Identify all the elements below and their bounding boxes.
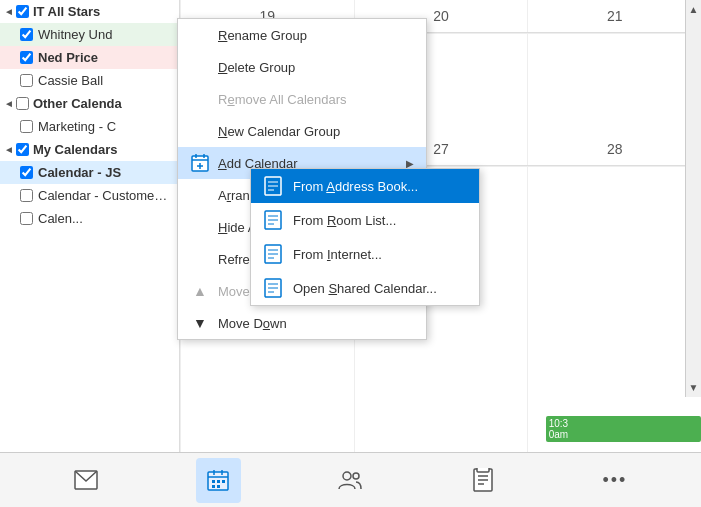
nav-more[interactable]: ••• — [592, 458, 637, 503]
new-cal-group-icon — [190, 121, 210, 141]
col-header-28: 28 — [527, 133, 701, 165]
event-block: 10:30am — [546, 416, 701, 442]
sidebar-item-ned[interactable]: Ned Price — [0, 46, 179, 69]
delete-icon — [190, 57, 210, 77]
remove-all-icon — [190, 89, 210, 109]
menu-label-rename: Rename Group — [218, 28, 307, 43]
checkbox-whitney[interactable] — [20, 28, 33, 41]
scroll-up-btn[interactable]: ▲ — [686, 0, 701, 19]
item-label-ned: Ned Price — [38, 50, 98, 65]
add-calendar-icon — [190, 153, 210, 173]
sidebar: ◄ IT All Stars Whitney Und Ned Price Cas… — [0, 0, 180, 452]
menu-item-new-cal-group[interactable]: New Calendar Group — [178, 115, 426, 147]
day-col-21 — [527, 33, 701, 133]
checkbox-calendar-cc[interactable] — [20, 189, 33, 202]
nav-people[interactable] — [328, 458, 373, 503]
nav-calendar[interactable] — [196, 458, 241, 503]
internet-icon — [263, 243, 285, 265]
item-label-whitney: Whitney Und — [38, 27, 112, 42]
sidebar-item-calendar-js[interactable]: Calendar - JS — [0, 161, 179, 184]
submenu-label-shared: Open Shared Calendar... — [293, 281, 437, 296]
menu-item-rename-group[interactable]: Rename Group — [178, 19, 426, 51]
svg-rect-9 — [217, 485, 220, 488]
sidebar-item-cassie[interactable]: Cassie Ball — [0, 69, 179, 92]
scroll-down-btn[interactable]: ▼ — [686, 378, 701, 397]
scroll-bar: ▲ ▼ — [685, 0, 701, 397]
sidebar-item-marketing[interactable]: Marketing - C — [0, 115, 179, 138]
group-label-it-all-stars: IT All Stars — [33, 4, 100, 19]
svg-point-11 — [353, 473, 359, 479]
submenu-item-room-list[interactable]: From Room List... — [251, 203, 479, 237]
item-label-cassie: Cassie Ball — [38, 73, 103, 88]
hide-all-icon — [190, 217, 210, 237]
arrange-icon — [190, 185, 210, 205]
group-header-other[interactable]: ◄ Other Calenda — [0, 92, 179, 115]
group-checkbox-it-all-stars[interactable] — [16, 5, 29, 18]
collapse-arrow: ◄ — [4, 6, 14, 17]
move-down-icon: ▼ — [190, 313, 210, 333]
group-label-my-calendars: My Calendars — [33, 142, 118, 157]
menu-item-delete-group[interactable]: Delete Group — [178, 51, 426, 83]
rename-icon — [190, 25, 210, 45]
submenu-label-internet: From Internet... — [293, 247, 382, 262]
day-col-28: 10:30am — [527, 166, 701, 452]
submenu-item-internet[interactable]: From Internet... — [251, 237, 479, 271]
submenu-item-address-book[interactable]: From Address Book... — [251, 169, 479, 203]
group-checkbox-other[interactable] — [16, 97, 29, 110]
menu-label-remove-all: Remove All Calendars — [218, 92, 347, 107]
nav-mail[interactable] — [64, 458, 109, 503]
menu-item-move-down[interactable]: ▼ Move Down — [178, 307, 426, 339]
checkbox-marketing[interactable] — [20, 120, 33, 133]
submenu: From Address Book... From Room List... — [250, 168, 480, 306]
sidebar-item-calendar-cc[interactable]: Calendar - Customer Comments — [0, 184, 179, 207]
more-dots-icon: ••• — [602, 470, 627, 491]
menu-label-move-down: Move Down — [218, 316, 287, 331]
collapse-arrow-other: ◄ — [4, 98, 14, 109]
svg-rect-7 — [222, 480, 225, 483]
sidebar-item-whitney[interactable]: Whitney Und — [0, 23, 179, 46]
group-label-other: Other Calenda — [33, 96, 122, 111]
sidebar-item-calendar-extra[interactable]: Calen... — [0, 207, 179, 230]
submenu-arrow-icon: ▶ — [406, 158, 414, 169]
checkbox-cassie[interactable] — [20, 74, 33, 87]
refresh-icon — [190, 249, 210, 269]
menu-label-delete: Delete Group — [218, 60, 295, 75]
collapse-arrow-my: ◄ — [4, 144, 14, 155]
menu-item-remove-all: Remove All Calendars — [178, 83, 426, 115]
submenu-item-shared[interactable]: Open Shared Calendar... — [251, 271, 479, 305]
item-label-calendar-js: Calendar - JS — [38, 165, 121, 180]
submenu-label-room-list: From Room List... — [293, 213, 396, 228]
checkbox-calendar-js[interactable] — [20, 166, 33, 179]
group-header-it-all-stars[interactable]: ◄ IT All Stars — [0, 0, 179, 23]
svg-rect-5 — [212, 480, 215, 483]
group-header-my-calendars[interactable]: ◄ My Calendars — [0, 138, 179, 161]
col-header-21: 21 — [527, 0, 701, 32]
svg-point-10 — [343, 472, 351, 480]
checkbox-calendar-extra[interactable] — [20, 212, 33, 225]
svg-rect-6 — [217, 480, 220, 483]
app-container: ◄ IT All Stars Whitney Und Ned Price Cas… — [0, 0, 701, 507]
svg-rect-8 — [212, 485, 215, 488]
item-label-calendar-extra: Calen... — [38, 211, 83, 226]
address-book-icon — [263, 175, 285, 197]
move-up-icon: ▲ — [190, 281, 210, 301]
group-checkbox-my-calendars[interactable] — [16, 143, 29, 156]
item-label-marketing: Marketing - C — [38, 119, 116, 134]
shared-cal-icon — [263, 277, 285, 299]
submenu-label-address-book: From Address Book... — [293, 179, 418, 194]
svg-rect-16 — [477, 468, 489, 472]
item-label-calendar-cc: Calendar - Customer Comments — [38, 188, 171, 203]
room-list-icon — [263, 209, 285, 231]
nav-tasks[interactable] — [460, 458, 505, 503]
menu-label-new-cal-group: New Calendar Group — [218, 124, 340, 139]
checkbox-ned[interactable] — [20, 51, 33, 64]
bottom-nav: ••• — [0, 452, 701, 507]
